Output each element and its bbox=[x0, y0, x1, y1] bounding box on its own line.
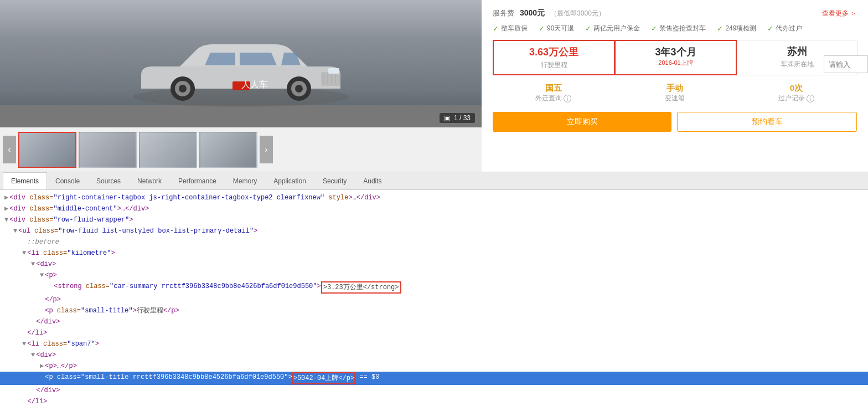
code-line-7[interactable]: <div> bbox=[0, 259, 868, 270]
expand-arrow-7[interactable] bbox=[31, 259, 35, 269]
code-line-12[interactable]: </div> bbox=[0, 316, 868, 327]
expand-arrow-19 bbox=[22, 397, 26, 406]
feature-label-1: 整车质保 bbox=[501, 24, 528, 33]
expand-arrow-2[interactable] bbox=[4, 204, 8, 214]
stat-transmission: 手动 变速箱 bbox=[614, 80, 735, 106]
top-area: 人人车 ▣ 1 / 33 ‹ › bbox=[0, 0, 868, 172]
feature-label-6: 代办过户 bbox=[776, 24, 802, 33]
feature-label-5: 249项检测 bbox=[725, 24, 756, 33]
stat-age-sublabel: 2016-01上牌 bbox=[618, 59, 733, 67]
devtools-content: <div class="right-container-tagbox js-ri… bbox=[0, 190, 868, 406]
tab-performance[interactable]: Performance bbox=[170, 172, 225, 190]
features-row: ✓ 整车质保 ✓ 90天可退 ✓ 两亿元用户保金 ✓ 禁售盗抢查封车 ✓ 249… bbox=[493, 24, 857, 33]
stat-mileage[interactable]: 3.63万公里 行驶里程 bbox=[493, 40, 615, 75]
tab-audits[interactable]: Audits bbox=[355, 172, 390, 190]
stat-transmission-value: 手动 bbox=[617, 83, 732, 94]
service-fee-price: 3000元 bbox=[520, 8, 545, 18]
stat-age[interactable]: 3年3个月 2016-01上牌 bbox=[614, 40, 737, 75]
check-icon-5: ✓ bbox=[717, 24, 723, 33]
code-line-6[interactable]: <li class="kilometre"> bbox=[0, 248, 868, 259]
code-line-8[interactable]: <p> bbox=[0, 270, 868, 281]
highlight-p-content: >5042-04上牌</p> bbox=[292, 372, 355, 384]
stat-emission: 国五 外迁查询 i bbox=[493, 80, 614, 106]
code-line-18[interactable]: </div> bbox=[0, 385, 868, 396]
feature-label-2: 90天可退 bbox=[547, 24, 574, 33]
code-line-4[interactable]: <ul class="row-fluid list-unstyled box-l… bbox=[0, 225, 868, 237]
code-line-1[interactable]: <div class="right-container-tagbox js-ri… bbox=[0, 192, 868, 203]
code-line-13[interactable]: </li> bbox=[0, 327, 868, 338]
search-input[interactable] bbox=[824, 55, 868, 73]
code-line-3[interactable]: <div class="row-fluid-wrapper"> bbox=[0, 214, 868, 225]
code-line-16[interactable]: <p>…</p> bbox=[0, 361, 868, 372]
expand-arrow-4[interactable] bbox=[13, 226, 17, 236]
code-line-17[interactable]: <p class="small-title rrcttf396b3348c9bb… bbox=[0, 372, 868, 385]
tab-security[interactable]: Security bbox=[314, 172, 355, 190]
stat-transfers-value: 0次 bbox=[738, 83, 854, 94]
thumbnail-2[interactable] bbox=[79, 132, 137, 168]
check-icon-1: ✓ bbox=[493, 24, 499, 33]
code-line-11[interactable]: <p class="small-title">行驶里程</p> bbox=[0, 305, 868, 316]
expand-arrow-11 bbox=[40, 306, 44, 316]
expand-arrow-14[interactable] bbox=[22, 339, 26, 349]
highlight-strong-content: >3.23万公里</strong> bbox=[321, 281, 401, 294]
service-fee-note: （最低即3000元） bbox=[550, 9, 605, 18]
check-icon-6: ✓ bbox=[767, 24, 773, 33]
thumbnail-3[interactable] bbox=[139, 132, 197, 168]
expand-arrow-5 bbox=[22, 237, 26, 247]
service-fee-label: 服务费 bbox=[493, 8, 514, 18]
image-counter-text: 1 / 33 bbox=[454, 114, 471, 122]
transfer-info-icon[interactable]: i bbox=[807, 95, 814, 102]
check-icon-3: ✓ bbox=[585, 24, 591, 33]
feature-5: ✓ 249项检测 bbox=[717, 24, 756, 33]
code-line-15[interactable]: <div> bbox=[0, 350, 868, 361]
tab-network[interactable]: Network bbox=[129, 172, 170, 190]
expand-arrow-8[interactable] bbox=[40, 270, 44, 280]
appointment-button[interactable]: 预约看车 bbox=[677, 112, 857, 132]
svg-text:人人车: 人人车 bbox=[241, 80, 268, 89]
car-main-image: 人人车 ▣ 1 / 33 bbox=[0, 0, 482, 127]
prev-thumb-btn[interactable]: ‹ bbox=[3, 136, 16, 163]
feature-3: ✓ 两亿元用户保金 bbox=[585, 24, 640, 33]
thumbnail-4[interactable] bbox=[199, 132, 257, 168]
code-line-9[interactable]: <strong class="car-summary rrcttf396b334… bbox=[0, 281, 868, 294]
next-thumb-btn[interactable]: › bbox=[260, 136, 273, 163]
tab-application[interactable]: Application bbox=[265, 172, 314, 190]
devtools-panel: Elements Console Sources Network Perform… bbox=[0, 172, 868, 406]
car-info-panel: 服务费 3000元 （最低即3000元） 查看更多 ＞ ✓ 整车质保 ✓ 90天… bbox=[482, 0, 868, 172]
expand-arrow-3[interactable] bbox=[4, 215, 8, 225]
code-line-5[interactable]: ::before bbox=[0, 237, 868, 248]
tab-memory[interactable]: Memory bbox=[225, 172, 265, 190]
expand-arrow-13 bbox=[22, 328, 26, 338]
stat-transfers: 0次 过户记录 i bbox=[736, 80, 857, 106]
code-line-19[interactable]: </li> bbox=[0, 396, 868, 406]
expand-arrow-1[interactable] bbox=[4, 193, 8, 203]
tab-elements[interactable]: Elements bbox=[3, 172, 47, 190]
feature-1: ✓ 整车质保 bbox=[493, 24, 528, 33]
tab-sources[interactable]: Sources bbox=[88, 172, 129, 190]
expand-arrow-6[interactable] bbox=[22, 248, 26, 258]
thumbnail-1[interactable] bbox=[18, 132, 76, 168]
stat-mileage-label: 行驶里程 bbox=[497, 60, 611, 70]
stats-row-1: 3.63万公里 行驶里程 3年3个月 2016-01上牌 苏州 车牌所在地 bbox=[493, 40, 857, 75]
stat-emission-value: 国五 bbox=[495, 83, 611, 94]
svg-point-3 bbox=[179, 85, 187, 92]
expand-arrow-9 bbox=[49, 281, 53, 291]
code-line-10[interactable]: </p> bbox=[0, 294, 868, 305]
expand-arrow-10 bbox=[40, 295, 44, 305]
code-line-14[interactable]: <li class="span7"> bbox=[0, 338, 868, 350]
buy-button[interactable]: 立即购买 bbox=[493, 112, 671, 132]
feature-label-3: 两亿元用户保金 bbox=[593, 24, 640, 33]
expand-arrow-15[interactable] bbox=[31, 350, 35, 360]
expand-arrow-17 bbox=[40, 372, 44, 382]
devtools-tabs: Elements Console Sources Network Perform… bbox=[0, 172, 868, 190]
view-more-link[interactable]: 查看更多 ＞ bbox=[822, 9, 857, 18]
expand-arrow-12 bbox=[31, 317, 35, 327]
code-line-2[interactable]: <div class="middle-content">…</div> bbox=[0, 203, 868, 214]
emission-info-icon[interactable]: i bbox=[564, 95, 571, 102]
tab-console[interactable]: Console bbox=[47, 172, 88, 190]
feature-4: ✓ 禁售盗抢查封车 bbox=[651, 24, 706, 33]
car-svg: 人人车 bbox=[125, 33, 357, 111]
btn-row: 立即购买 预约看车 bbox=[493, 112, 857, 132]
stats-row-2: 国五 外迁查询 i 手动 变速箱 0次 过户记录 i bbox=[493, 80, 857, 106]
expand-arrow-16[interactable] bbox=[40, 361, 44, 371]
